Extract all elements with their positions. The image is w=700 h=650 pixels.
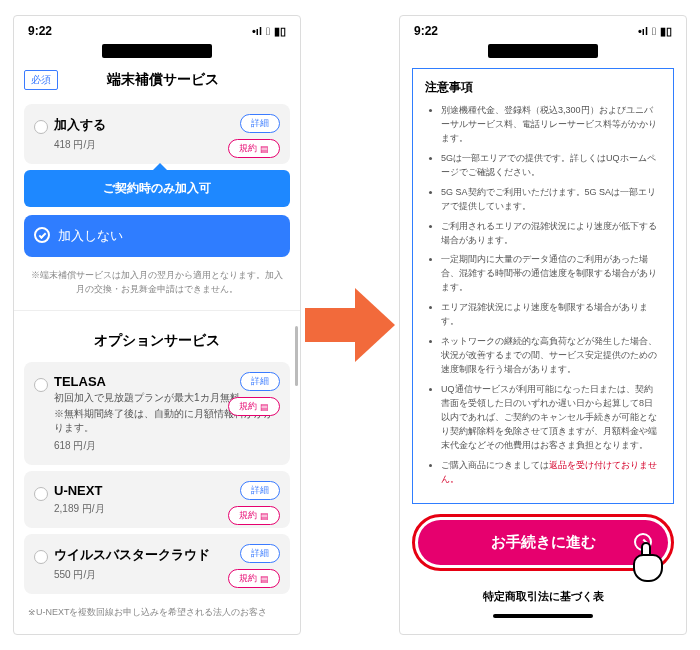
detail-button[interactable]: 詳細 (240, 544, 280, 563)
option-nojoin-label: 加入しない (58, 228, 123, 243)
doc-icon: ▤ (260, 574, 269, 584)
notice-list: 別途機種代金、登録料（税込3,300円）およびユニバーサルサービス料、電話リレー… (425, 104, 661, 487)
check-icon (34, 227, 50, 243)
detail-button[interactable]: 詳細 (240, 481, 280, 500)
footer-note: ※U-NEXTを複数回線お申し込みを希望される法人のお客さ (14, 600, 300, 634)
option-nojoin-selected[interactable]: 加入しない (24, 215, 290, 257)
doc-icon: ▤ (260, 402, 269, 412)
list-item: 別途機種代金、登録料（税込3,300円）およびユニバーサルサービス料、電話リレー… (441, 104, 661, 146)
list-item: 一定期間内に大量のデータ通信のご利用があった場合、混雑する時間帯の通信速度を制限… (441, 253, 661, 295)
radio-unchecked-icon (34, 487, 48, 501)
status-bar: 9:22 •ıl􀙇▮▯ (400, 16, 686, 46)
section-title-options: オプションサービス (14, 320, 300, 356)
redacted-bar (102, 44, 212, 58)
option-unext[interactable]: U-NEXT 2,189 円/月 詳細 規約▤ (24, 471, 290, 528)
radio-unchecked-icon (34, 550, 48, 564)
status-icons: •ıl􀙇▮▯ (638, 25, 672, 38)
pointing-hand-icon (625, 544, 669, 588)
scrollbar[interactable] (295, 326, 298, 386)
arrow-right-icon (305, 280, 395, 370)
notice-box: 注意事項 別途機種代金、登録料（税込3,300円）およびユニバーサルサービス料、… (412, 68, 674, 504)
list-item: UQ通信サービスが利用可能になった日または、契約書面を受領した日のいずれか遅い日… (441, 383, 661, 453)
cta-highlight: お手続きに進む (412, 514, 674, 571)
list-item: エリア混雑状況により速度を制限する場合があります。 (441, 301, 661, 329)
radio-unchecked-icon (34, 378, 48, 392)
proceed-label: お手続きに進む (491, 533, 596, 550)
notice-title: 注意事項 (425, 79, 661, 96)
legal-link[interactable]: 特定商取引法に基づく表 (400, 589, 686, 604)
terms-button[interactable]: 規約▤ (228, 139, 280, 158)
status-icons: •ıl􀙇▮▯ (252, 25, 286, 38)
phone-right: 9:22 •ıl􀙇▮▯ 注意事項 別途機種代金、登録料（税込3,300円）および… (399, 15, 687, 635)
status-time: 9:22 (414, 24, 438, 38)
detail-button[interactable]: 詳細 (240, 114, 280, 133)
home-indicator (493, 614, 593, 618)
list-item: 5G SA契約でご利用いただけます。5G SAは一部エリアで提供しています。 (441, 186, 661, 214)
option-telasa[interactable]: TELASA 初回加入で見放題プランが最大1カ月無料 ※無料期間終了後は、自動的… (24, 362, 290, 465)
status-time: 9:22 (28, 24, 52, 38)
option-virusbuster[interactable]: ウイルスバスタークラウド 550 円/月 詳細 規約▤ (24, 534, 290, 594)
warranty-note: ※端末補償サービスは加入月の翌月から適用となります。加入月の交換・お見舞金申請は… (14, 263, 300, 310)
redacted-bar (488, 44, 598, 58)
doc-icon: ▤ (260, 144, 269, 154)
tooltip-join-only: ご契約時のみ加入可 (24, 170, 290, 207)
doc-icon: ▤ (260, 511, 269, 521)
terms-button[interactable]: 規約▤ (228, 506, 280, 525)
section-title-warranty: 端末補償サービス (66, 71, 260, 89)
option-join[interactable]: 加入する 418 円/月 詳細 規約▤ (24, 104, 290, 164)
status-bar: 9:22 •ıl􀙇▮▯ (14, 16, 300, 46)
phone-left: 9:22 •ıl􀙇▮▯ 必須 端末補償サービス 加入する 418 円/月 詳細 … (13, 15, 301, 635)
terms-button[interactable]: 規約▤ (228, 569, 280, 588)
required-badge: 必須 (24, 70, 58, 90)
list-item: ご購入商品につきましては返品を受け付けておりません。 (441, 459, 661, 487)
detail-button[interactable]: 詳細 (240, 372, 280, 391)
list-item: ご利用されるエリアの混雑状況により速度が低下する場合があります。 (441, 220, 661, 248)
terms-button[interactable]: 規約▤ (228, 397, 280, 416)
list-item: ネットワークの継続的な高負荷などが発生した場合、状況が改善するまでの間、サービス… (441, 335, 661, 377)
radio-unchecked-icon (34, 120, 48, 134)
list-item: 5Gは一部エリアでの提供です。詳しくはUQホームページでご確認ください。 (441, 152, 661, 180)
